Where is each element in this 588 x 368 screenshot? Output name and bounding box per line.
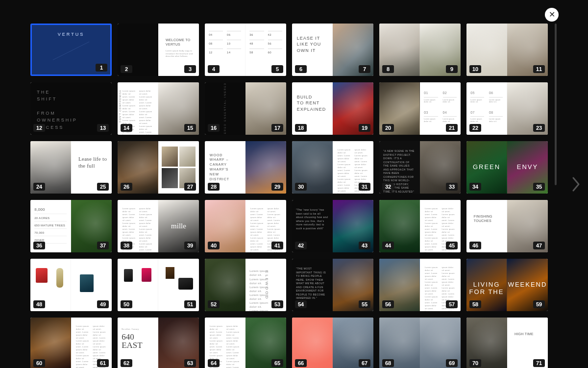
page-number: 41 (271, 242, 283, 249)
close-button[interactable]: ✕ (545, 8, 559, 22)
thumbnail-spread[interactable]: Lorem ipsum dolor sit amet. Lorem ipsum … (30, 318, 112, 368)
scrollbar-thumb[interactable] (555, 24, 557, 185)
thumbnail-spread[interactable]: Lorem ipsum dolor sit amet. Lorem ipsum … (205, 318, 286, 368)
thumbnail-spread[interactable]: Lease life to the full2425 (30, 141, 112, 194)
thumbnail-spread[interactable]: THESHIFT FROMOWNERSHIPACCESS1213 (30, 82, 112, 135)
page-number: 15 (184, 124, 196, 132)
chevron-right-icon (571, 176, 581, 193)
page-number: 50 (121, 300, 132, 308)
thumbnail-spread[interactable]: HIGH TIME7071 (466, 318, 548, 368)
page-number: 7 (359, 65, 370, 73)
page-number: 40 (208, 242, 220, 249)
next-arrow[interactable] (567, 170, 585, 199)
page-number: 32 (382, 183, 394, 191)
thumbnail-spread[interactable]: 8,00020 ACRES650 MATURE TREES70,000INNER… (30, 200, 112, 252)
page-number: 58 (469, 300, 481, 308)
thumbnail-spread[interactable]: 4849 (30, 259, 112, 311)
page-number: 51 (184, 300, 196, 308)
page-number: 19 (359, 124, 370, 132)
page-number: 14 (121, 124, 132, 132)
page-number: 44 (382, 242, 394, 249)
page-number: 6 (295, 65, 307, 73)
page-number: 16 (208, 124, 220, 132)
page-number: 12 (33, 124, 45, 132)
svg-line-0 (53, 42, 89, 60)
page-number: 42 (295, 242, 307, 249)
page-number: 57 (446, 300, 458, 308)
page-number: 66 (295, 359, 307, 367)
page-number: 20 (382, 124, 394, 132)
page-number: 1 (96, 64, 107, 72)
thumbnail-spread[interactable]: 2627 (118, 141, 199, 194)
page-number: 43 (359, 242, 370, 249)
page-number: 10 (469, 65, 481, 73)
page-number: 34 (469, 183, 481, 191)
page-number: 25 (97, 183, 109, 191)
page-number: 21 (446, 124, 458, 132)
thumbnail-spread[interactable]: EXPERIENCES CONSIDERED ESSENTIAL INGREDI… (205, 82, 286, 135)
thumbnail-grid: VERTUS1WELCOME TO VERTUSLorem ipsum body… (30, 24, 553, 368)
scrollbar[interactable] (555, 24, 557, 362)
page-number: 37 (97, 242, 109, 249)
thumbnail-spread[interactable]: 6667 (292, 318, 373, 368)
page-number: 35 (533, 183, 545, 191)
page-number: 70 (469, 359, 481, 367)
thumbnail-spread[interactable]: WELCOME TO VERTUSLorem ipsum body copy t… (118, 24, 199, 76)
thumbnail-spread[interactable]: 01Lorem ipsum dolor sit.02Lorem ipsum do… (379, 82, 461, 135)
page-number: 62 (121, 359, 132, 367)
thumbnail-spread[interactable]: LIVING FOR THEWEEKEND5859 (466, 259, 548, 311)
thumbnail-spread[interactable]: "The 'new luxury' has been said to be al… (292, 200, 373, 252)
thumbnail-spread[interactable]: Lorem ipsum dolor sit amet. Lorem ipsum … (292, 141, 373, 194)
thumbnail-spread[interactable]: 05Lorem ipsum dolor sit.06Lorem ipsum do… (466, 82, 548, 135)
page-number: 48 (33, 300, 45, 308)
page-number: 56 (382, 300, 394, 308)
page-number: 28 (208, 183, 220, 191)
page-number: 24 (33, 183, 45, 191)
thumbnail-spread[interactable]: 89 (379, 24, 461, 76)
page-number: 13 (97, 124, 109, 132)
thumbnail-spread[interactable]: 1011 (466, 24, 548, 76)
page-number: 52 (208, 300, 220, 308)
page-number: 11 (533, 65, 545, 73)
thumbnail-spread[interactable]: 6869 (379, 318, 461, 368)
thumbnail-spread[interactable]: DON'T COMPROMISELorem ipsum dolor sit am… (118, 82, 199, 135)
page-number: 26 (121, 183, 132, 191)
thumbnail-spread[interactable]: LEASE ITLIKE YOUOWN IT67 (292, 24, 373, 76)
page-number: 60 (33, 359, 45, 367)
page-number: 36 (33, 242, 45, 249)
page-number: 71 (533, 359, 545, 367)
page-number: 27 (184, 183, 196, 191)
thumbnail-spread[interactable]: 5051 (118, 259, 199, 311)
page-number: 22 (469, 124, 481, 132)
thumbnail-spread[interactable]: Lorem ipsum dolor sit amet. Lorem ipsum … (379, 200, 461, 252)
thumbnail-spread[interactable]: ELLWOODLorem ipsum dolor sit. Lorem ipsu… (205, 259, 286, 311)
page-number: 54 (295, 300, 307, 308)
page-number: 5 (271, 65, 283, 73)
page-number: 9 (446, 65, 458, 73)
thumbnail-spread[interactable]: FINISHING TOUCHES4647 (466, 200, 548, 252)
page-number: 38 (121, 242, 132, 249)
thumbnail-spread[interactable]: "THE MOST IMPORTANT THING IS TO BRING PE… (292, 259, 373, 311)
thumbnail-spread[interactable]: GREENENVY3435 (466, 141, 548, 194)
thumbnail-overview: ✕ VERTUS1WELCOME TO VERTUSLorem ipsum bo… (0, 0, 588, 368)
page-number: 18 (295, 124, 307, 132)
thumbnail-spread[interactable]: Lorem ipsum dolor sit amet. Lorem ipsum … (379, 259, 461, 311)
thumbnail-grid-scroll[interactable]: VERTUS1WELCOME TO VERTUSLorem ipsum body… (30, 24, 553, 368)
thumbnail-spread[interactable]: "A NEW SCENE IN THE DISTRICT PROJECT. DO… (379, 141, 461, 194)
page-number: 29 (271, 183, 283, 191)
thumbnail-spread[interactable]: BUILDTO RENTEXPLAINED1819 (292, 82, 373, 135)
page-number: 64 (208, 359, 220, 367)
page-number: 49 (97, 300, 109, 308)
page-number: 33 (446, 183, 458, 191)
page-number: 31 (359, 183, 370, 191)
thumbnail-spread[interactable]: No other. Canary640 EAST6263 (118, 318, 199, 368)
page-number: 63 (184, 359, 196, 367)
page-number: 2 (121, 65, 132, 73)
thumbnail-spread[interactable]: WOODWHARF –CANARYWHARF'SNEWDISTRICT2829 (205, 141, 286, 194)
thumbnail-spread[interactable]: Lorem ipsum dolor sit amet. Lorem ipsum … (205, 200, 286, 252)
thumbnail-spread[interactable]: VERTUS1 (30, 24, 112, 76)
page-number: 39 (184, 242, 196, 249)
thumbnail-spread[interactable]: 04060810121436424856586045 (205, 24, 286, 76)
page-number: 47 (533, 242, 545, 249)
thumbnail-spread[interactable]: Lorem ipsum dolor sit amet. Lorem ipsum … (118, 200, 199, 252)
